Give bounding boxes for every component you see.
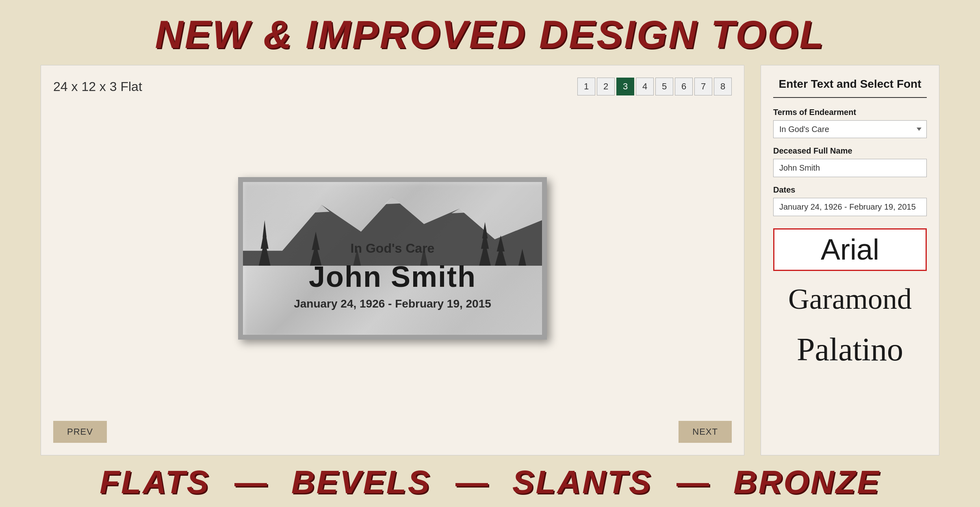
footer-bronze: BRONZE <box>733 464 880 501</box>
monument-endearment: In God's Care <box>351 241 435 256</box>
tab-7[interactable]: 7 <box>694 78 712 95</box>
font-arial-label: Arial <box>821 233 879 266</box>
name-input[interactable] <box>773 159 927 177</box>
footer-banner: FLATS — BEVELS — SLANTS — BRONZE <box>0 455 980 507</box>
main-title: NEW & IMPROVED DESIGN TOOL <box>155 0 825 65</box>
monument-name: John Smith <box>309 260 476 293</box>
tab-2[interactable]: 2 <box>597 78 615 95</box>
monument-dates: January 24, 1926 - February 19, 2015 <box>294 297 491 310</box>
footer-dash-1: — <box>234 464 267 501</box>
footer-dash-2: — <box>455 464 488 501</box>
dates-input[interactable] <box>773 198 927 216</box>
footer-slants: SLANTS <box>512 464 652 501</box>
nav-buttons: PREV NEXT <box>53 413 732 447</box>
footer-bevels: BEVELS <box>291 464 431 501</box>
page-tabs: 1 2 3 4 5 6 7 8 <box>577 78 732 95</box>
footer-flats: FLATS <box>100 464 210 501</box>
dates-group: Dates <box>773 185 927 216</box>
footer-dash-3: — <box>676 464 709 501</box>
stone-size-label: 24 x 12 x 3 Flat <box>53 79 142 94</box>
monument-preview: In God's Care John Smith January 24, 192… <box>238 177 547 340</box>
tab-5[interactable]: 5 <box>655 78 673 95</box>
terms-label: Terms of Endearment <box>773 108 927 117</box>
tab-8[interactable]: 8 <box>714 78 732 95</box>
dates-label: Dates <box>773 185 927 195</box>
prev-button[interactable]: PREV <box>53 421 107 443</box>
font-option-arial[interactable]: Arial <box>773 228 927 271</box>
font-garamond-label: Garamond <box>788 283 912 315</box>
monument-container: In God's Care John Smith January 24, 192… <box>53 104 732 413</box>
tab-6[interactable]: 6 <box>675 78 693 95</box>
terms-select[interactable]: In God's Care In Loving Memory Forever i… <box>773 120 927 138</box>
font-palatino-label: Palatino <box>797 332 903 367</box>
font-option-garamond[interactable]: Garamond <box>773 279 927 319</box>
form-panel: Enter Text and Select Font Terms of Ende… <box>761 65 939 455</box>
page-wrapper: NEW & IMPROVED DESIGN TOOL 24 x 12 x 3 F… <box>0 0 980 507</box>
tab-3[interactable]: 3 <box>616 78 634 95</box>
tab-1[interactable]: 1 <box>577 78 595 95</box>
form-title: Enter Text and Select Font <box>773 78 927 98</box>
next-button[interactable]: NEXT <box>679 421 732 443</box>
name-label: Deceased Full Name <box>773 146 927 156</box>
name-group: Deceased Full Name <box>773 146 927 177</box>
preview-header: 24 x 12 x 3 Flat 1 2 3 4 5 6 7 8 <box>53 78 732 95</box>
preview-panel: 24 x 12 x 3 Flat 1 2 3 4 5 6 7 8 <box>41 65 744 455</box>
terms-group: Terms of Endearment In God's Care In Lov… <box>773 108 927 138</box>
tab-4[interactable]: 4 <box>636 78 654 95</box>
font-selection: Arial Garamond Palatino <box>773 228 927 371</box>
font-option-palatino[interactable]: Palatino <box>773 327 927 371</box>
monument-text-area: In God's Care John Smith January 24, 192… <box>243 241 542 310</box>
content-area: 24 x 12 x 3 Flat 1 2 3 4 5 6 7 8 <box>0 65 980 455</box>
